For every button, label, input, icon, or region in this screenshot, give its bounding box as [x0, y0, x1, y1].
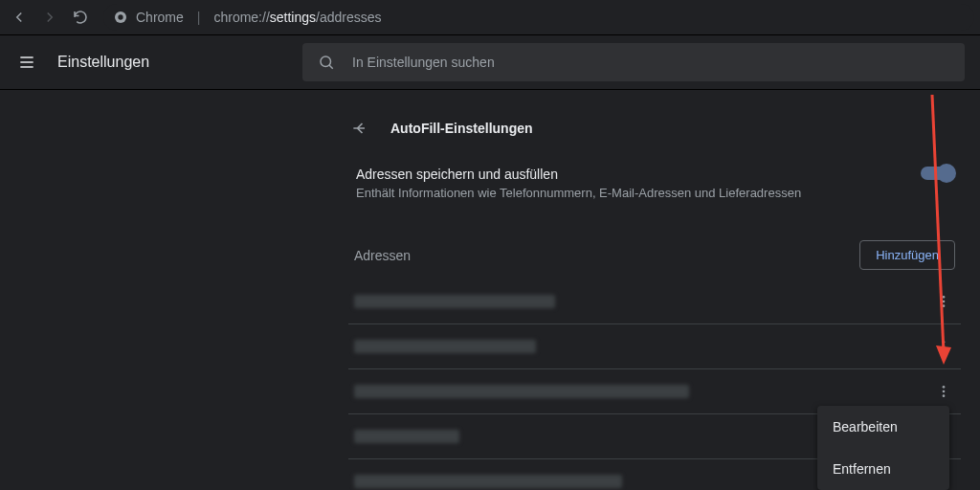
forward-icon[interactable] — [36, 4, 63, 31]
app-title: Einstellungen — [57, 54, 149, 71]
address-text-redacted — [354, 340, 536, 353]
settings-search[interactable] — [302, 43, 965, 81]
menu-icon[interactable] — [15, 51, 38, 74]
setting-title: Adressen speichern und ausfüllen — [356, 167, 801, 182]
addresses-heading: Adressen — [354, 248, 411, 263]
section-title: AutoFill-Einstellungen — [390, 121, 533, 136]
reload-icon[interactable] — [67, 4, 94, 31]
svg-point-10 — [943, 390, 946, 393]
address-more-icon[interactable] — [932, 290, 955, 313]
address-more-icon[interactable] — [932, 380, 955, 403]
address-text-redacted — [354, 385, 689, 398]
svg-point-9 — [943, 386, 946, 389]
svg-point-5 — [943, 304, 946, 307]
address-context-menu: Bearbeiten Entfernen — [817, 406, 949, 490]
address-text-redacted — [354, 295, 555, 308]
search-icon — [318, 54, 335, 71]
save-addresses-row: Adressen speichern und ausfüllen Enthält… — [348, 147, 961, 208]
omnibox-url: chrome://settings/addresses — [213, 10, 381, 25]
left-nav — [0, 90, 224, 490]
svg-point-4 — [943, 301, 946, 303]
menu-edit[interactable]: Bearbeiten — [817, 406, 949, 448]
back-icon[interactable] — [6, 4, 33, 31]
svg-point-11 — [943, 394, 946, 397]
setting-desc: Enthält Informationen wie Telefonnummern… — [356, 186, 801, 200]
section-back-icon[interactable] — [348, 117, 371, 140]
save-addresses-toggle[interactable] — [921, 167, 953, 180]
address-more-icon[interactable] — [932, 335, 955, 358]
settings-panel: AutoFill-Einstellungen Adressen speicher… — [348, 109, 961, 490]
search-input[interactable] — [350, 54, 949, 71]
svg-point-3 — [943, 296, 946, 299]
svg-point-2 — [321, 56, 331, 67]
svg-point-6 — [943, 341, 946, 344]
menu-remove[interactable]: Entfernen — [817, 448, 949, 490]
address-row[interactable] — [348, 323, 961, 368]
settings-header: Einstellungen — [0, 35, 980, 90]
address-text-redacted — [354, 475, 622, 488]
svg-point-1 — [118, 14, 122, 19]
omnibox-label: Chrome — [136, 10, 184, 25]
chrome-icon — [113, 10, 128, 25]
address-row[interactable] — [348, 279, 961, 323]
address-text-redacted — [354, 430, 459, 443]
svg-point-7 — [943, 345, 946, 348]
address-bar[interactable]: Chrome | chrome://settings/addresses — [103, 4, 974, 31]
omnibox-separator: | — [197, 10, 201, 25]
svg-point-8 — [943, 349, 946, 352]
browser-toolbar: Chrome | chrome://settings/addresses — [0, 0, 980, 35]
add-address-button[interactable]: Hinzufügen — [859, 240, 955, 270]
